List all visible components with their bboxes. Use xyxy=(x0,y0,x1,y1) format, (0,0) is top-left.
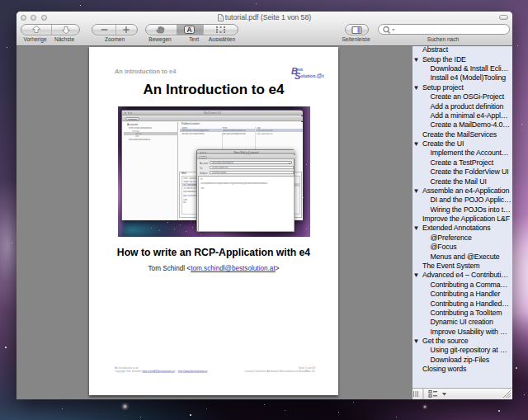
svg-text:A: A xyxy=(186,26,191,34)
